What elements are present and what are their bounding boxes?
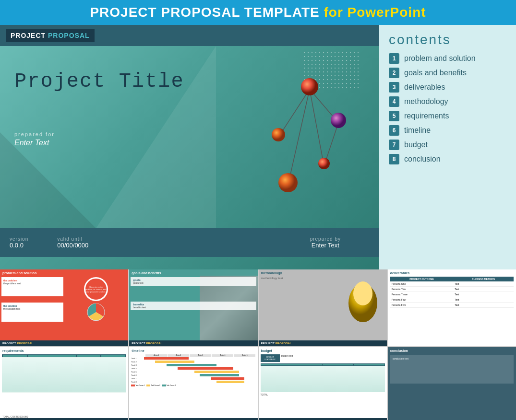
contents-item-1[interactable]: 1 problem and solution (389, 53, 506, 64)
svg-point-9 (278, 173, 298, 192)
thumb-2-spacer (131, 287, 256, 302)
thumb-3-footer-proposal: PROPOSAL (276, 342, 292, 345)
thumb-timeline[interactable]: timeline Action 1 Action 2 Action 3 Acti… (129, 347, 257, 420)
circle-text: Elaborate on the problem, its context, a… (85, 286, 107, 293)
main-title: PROJECT PROPOSAL TEMPLATE for PowerPoint (7, 5, 509, 20)
contents-number-2: 2 (389, 68, 399, 78)
contents-number-6: 6 (389, 125, 399, 136)
footer-prepared-by: prepared by Enter Text (310, 236, 341, 249)
table-row: Persona FourText (390, 297, 514, 303)
contents-label-4: methodology (404, 97, 448, 106)
gantt-row: Task 3 (131, 364, 255, 366)
contents-item-7[interactable]: 7 budget (389, 140, 506, 150)
problem-content-box: the problem the problem text (1, 277, 63, 296)
svg-point-12 (353, 281, 372, 305)
thumb-1-footer-project: PROJECT (2, 342, 16, 345)
gantt-legend: Task Course 1 Task Course 2 Task Course … (131, 385, 255, 386)
solution-chart (65, 303, 127, 322)
thumb-7-content: BUDGET STATEMENT budget text TOTAL (259, 353, 387, 397)
gantt-row: Task 2 (131, 361, 255, 363)
thumb-5-content (0, 353, 128, 395)
thumb-1-footer-proposal: PROPOSAL (17, 342, 33, 345)
table-row: Persona OneText (390, 281, 514, 287)
thumb-goals-benefits[interactable]: goals and benefits goals goals text bene… (129, 269, 257, 346)
thumb-7-title: budget (259, 347, 387, 353)
contents-item-5[interactable]: 5 requirements (389, 111, 506, 121)
thumb-5-title: requirements (0, 347, 128, 353)
thumb-3-footer: PROJECT PROPOSAL (259, 340, 387, 346)
svg-point-8 (318, 158, 330, 169)
contents-label-1: problem and solution (404, 54, 476, 63)
thumb-6-title: timeline (129, 347, 257, 353)
thumb-conclusion[interactable]: conclusion conclusion text (388, 347, 516, 420)
solution-content-box: the solution the solution text (1, 303, 63, 322)
gantt-rows: Task 1 Task 2 Task 3 Task 4 Task 5 (131, 357, 255, 383)
contents-number-3: 3 (389, 82, 399, 93)
contents-label-2: goals and benefits (404, 69, 467, 77)
thumb-3-footer-project: PROJECT (261, 342, 275, 345)
thumb-1-inner: the problem the problem text Elaborate o… (0, 276, 128, 323)
thumb-2-content: goals and benefits goals goals text bene… (129, 269, 257, 313)
contents-number-5: 5 (389, 111, 399, 121)
contents-item-2[interactable]: 2 goals and benefits (389, 68, 506, 78)
thumb-8-content: conclusion text (388, 353, 516, 385)
contents-title: contents (389, 32, 506, 47)
pie-chart-icon (86, 303, 106, 322)
thumb-requirements[interactable]: requirements TOTAL COSTS $00,000 PROJECT… (0, 347, 128, 420)
contents-label-7: budget (404, 140, 428, 149)
slide-subtitle: prepared for (14, 131, 365, 137)
footer-version: version 0.0.0 (10, 236, 28, 249)
thumb-6-footer: PROJECT PROPOSAL (129, 418, 257, 420)
thumb-7-footer: PROJECT PROPOSAL (259, 418, 387, 420)
table-row: Persona FiveText (390, 303, 514, 308)
slide-body: Project Title prepared for Enter Text (0, 46, 379, 228)
problem-circle: Elaborate on the problem, its context, a… (84, 277, 108, 301)
contents-item-8[interactable]: 8 conclusion (389, 154, 506, 164)
thumb-6-content: Action 1 Action 2 Action 3 Action 4 Acti… (129, 353, 257, 387)
table-row: Persona ThreeText (390, 292, 514, 297)
prepared-by-label: prepared by (310, 236, 341, 242)
requirements-table-sim (2, 354, 126, 393)
requirements-header (2, 354, 126, 357)
table-row: Persona TwoText (390, 287, 514, 292)
contents-number-1: 1 (389, 53, 399, 64)
conclusion-box: conclusion text (390, 355, 514, 384)
problem-box: the problem the problem text (1, 277, 63, 301)
gantt-row: Task 4 (131, 367, 255, 370)
thumb-2-inner: goals goals text benefits benefits text (129, 276, 257, 313)
slide-title: Project Title (14, 70, 365, 93)
budget-text: budget text (281, 354, 293, 362)
contents-label-5: requirements (404, 112, 449, 120)
contents-item-6[interactable]: 6 timeline (389, 125, 506, 136)
thumb-3-title: methodology (259, 269, 387, 276)
slide-header: PROJECT PROPOSAL (0, 25, 379, 46)
title-suffix: for PowerPoint (320, 5, 426, 20)
thumb-4-title: deliverables (388, 269, 516, 276)
valid-until-label: valid until (57, 236, 88, 242)
contents-label-3: deliverables (404, 83, 445, 92)
prepared-by-value: Enter Text (310, 242, 341, 249)
thumb-methodology[interactable]: methodology methodology text PROJECT PRO… (259, 269, 387, 346)
thumb-2-title: goals and benefits (129, 269, 257, 276)
thumb-deliverables[interactable]: deliverables PROJECT OUTCOME SUCCESS MET… (388, 269, 516, 346)
goals-box: goals goals text (131, 277, 256, 286)
budget-total: TOTAL (261, 393, 385, 396)
contents-item-4[interactable]: 4 methodology (389, 96, 506, 107)
contents-number-7: 7 (389, 140, 399, 150)
col-project-outcome: PROJECT OUTCOME (390, 277, 454, 281)
solution-text: the solution text (3, 307, 61, 310)
methodology-3d-icon (344, 279, 382, 322)
goals-text: goals text (133, 281, 253, 284)
thumb-budget[interactable]: budget BUDGET STATEMENT budget text TOTA… (259, 347, 387, 420)
top-section: PROJECT PROPOSAL (0, 25, 516, 269)
benefits-box: benefits benefits text (131, 302, 256, 310)
contents-item-3[interactable]: 3 deliverables (389, 82, 506, 93)
title-prefix: PROJECT PROPOSAL TEMPLATE (90, 5, 319, 20)
slide-logo: PROJECT PROPOSAL (6, 29, 95, 42)
budget-statement-box: BUDGET STATEMENT (261, 354, 280, 362)
thumb-problem-solution[interactable]: problem and solution the problem the pro… (0, 269, 128, 346)
thumb-4-table-wrap: PROJECT OUTCOME SUCCESS METRICS Persona … (388, 276, 516, 309)
slide-preview: PROJECT PROPOSAL (0, 25, 379, 269)
thumb-1-footer: PROJECT PROPOSAL (0, 340, 128, 346)
thumb-3-object (344, 279, 382, 324)
